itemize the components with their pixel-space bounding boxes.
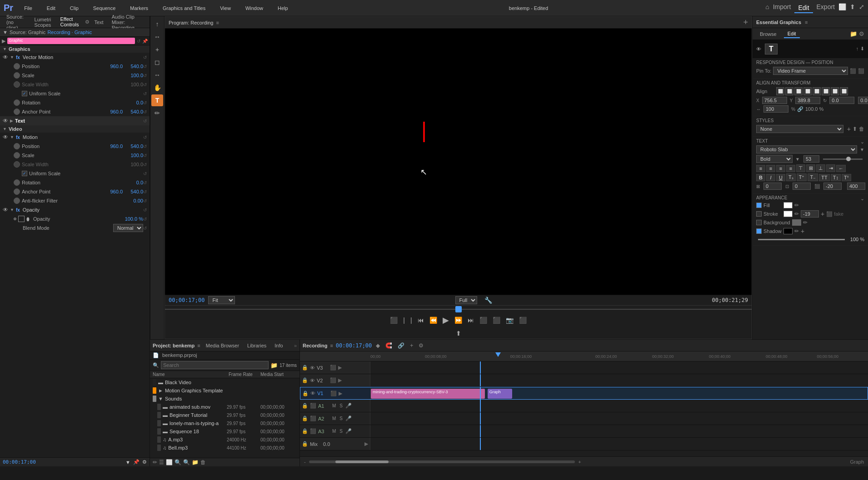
- home-icon[interactable]: ⌂: [765, 3, 769, 13]
- track-source-icon[interactable]: ⬛: [330, 391, 337, 396]
- mix-val[interactable]: 0.0: [323, 441, 330, 447]
- ec-filter-icon[interactable]: ▼: [125, 460, 130, 465]
- motion-uniform-scale-reset[interactable]: ↺: [143, 171, 147, 176]
- list-item[interactable]: ▬ lonely-man-is-typing-a 29.97 fps 00;00…: [150, 419, 299, 427]
- multi-cam-btn[interactable]: ⬛: [517, 316, 529, 325]
- fill-color-swatch[interactable]: [783, 202, 793, 208]
- go-in-btn[interactable]: ⏮: [416, 316, 426, 325]
- ligate-btn[interactable]: T↕: [831, 174, 841, 181]
- tool-crop[interactable]: ◻: [151, 56, 163, 68]
- styles-select[interactable]: None: [756, 125, 843, 133]
- track-source-icon[interactable]: ⬛: [330, 377, 336, 383]
- shadow-color-swatch[interactable]: [783, 228, 793, 234]
- nav-edit[interactable]: Edit: [43, 4, 59, 13]
- new-bin-icon[interactable]: 📁: [270, 362, 278, 369]
- weight-dropdown-icon[interactable]: ▼: [795, 157, 800, 162]
- video-chevron[interactable]: ▼: [3, 127, 7, 131]
- track-a3-body[interactable]: [370, 425, 868, 437]
- vm-reset[interactable]: ↺: [143, 55, 147, 60]
- link-icon[interactable]: 🔗: [797, 106, 803, 112]
- nav-markers[interactable]: Markers: [126, 4, 152, 13]
- align-justify-text-btn[interactable]: ≡: [786, 165, 795, 172]
- tl-add-tracks[interactable]: +: [409, 341, 414, 350]
- shadow-checkbox[interactable]: [756, 228, 762, 234]
- track-a1-body[interactable]: [370, 400, 868, 412]
- stroke-color-swatch[interactable]: [783, 211, 793, 217]
- source-dropdown[interactable]: ▼: [3, 30, 8, 35]
- track-s-btn[interactable]: S: [339, 429, 344, 434]
- motion-position-x[interactable]: 960.0: [102, 144, 123, 149]
- allcaps-btn[interactable]: TT: [819, 174, 829, 181]
- vm-uniform-scale-reset[interactable]: ↺: [143, 91, 147, 96]
- track-lock-icon[interactable]: 🔒: [302, 391, 309, 396]
- export-frame-btn[interactable]: 📷: [504, 316, 515, 325]
- program-menu-icon[interactable]: ≡: [216, 20, 219, 25]
- tracking-up-btn[interactable]: T°: [842, 174, 851, 181]
- step-back-btn[interactable]: ⏪: [428, 316, 439, 325]
- scrub-thumb[interactable]: [455, 306, 462, 312]
- italic-btn[interactable]: I: [766, 174, 775, 181]
- motion-scale-val[interactable]: 100.0: [123, 153, 143, 158]
- track-s-btn[interactable]: S: [339, 416, 344, 421]
- list-item[interactable]: ▬ Beginner Tutorial 29.97 fps 00;00;00;0…: [150, 411, 299, 419]
- motion-antiflicker-val[interactable]: 0.00: [123, 198, 143, 203]
- list-item[interactable]: ▬ animated sub.mov 29.97 fps 00;00;00;00: [150, 403, 299, 411]
- eg-text-preview[interactable]: T: [765, 44, 778, 54]
- eg-folder-icon[interactable]: 📁: [850, 30, 857, 37]
- dist-h-btn[interactable]: ⬜: [831, 87, 839, 95]
- vm-rotation-reset[interactable]: ↺: [143, 100, 147, 105]
- align-top-text-btn[interactable]: ⊤: [796, 164, 805, 172]
- tool-select[interactable]: ↑: [151, 18, 163, 30]
- align-right-text-btn[interactable]: ≡: [776, 165, 785, 172]
- program-add-button[interactable]: +: [743, 18, 748, 27]
- font-select[interactable]: Roboto Slab: [756, 145, 857, 153]
- align-hcenter-btn[interactable]: ⬜: [785, 87, 793, 95]
- mix-expand-icon[interactable]: ▶: [364, 441, 368, 447]
- tl-zoom-out[interactable]: -: [303, 459, 307, 465]
- track-m-btn[interactable]: M: [331, 429, 337, 434]
- list-item[interactable]: ♫ A.mp3 24000 Hz 00;00;00;00: [150, 435, 299, 444]
- ec-expand-icon[interactable]: ▶: [2, 38, 5, 44]
- text-collapse-icon[interactable]: ⌄: [860, 139, 864, 145]
- list-item[interactable]: ▼ Sounds: [150, 395, 299, 403]
- dist-v-btn[interactable]: ⬜: [840, 87, 848, 95]
- tl-snap[interactable]: 🧲: [384, 341, 394, 350]
- tab-lumetri[interactable]: Lumetri Scopes: [31, 16, 56, 29]
- tool-expand[interactable]: ↔: [151, 31, 163, 43]
- nav-help[interactable]: Help: [274, 4, 292, 13]
- motion-anchor-x[interactable]: 960.0: [102, 189, 123, 194]
- tab-text[interactable]: Text: [90, 19, 107, 26]
- indent-input[interactable]: [823, 183, 842, 190]
- edit-tab[interactable]: Edit: [794, 3, 813, 13]
- align-left-text-btn[interactable]: ≡: [756, 165, 765, 172]
- align-center-text-btn[interactable]: ≡: [766, 165, 775, 172]
- text-reset[interactable]: ↺: [143, 119, 147, 124]
- project-search-input[interactable]: [161, 361, 269, 369]
- eg-settings-icon[interactable]: ⚙: [859, 30, 864, 37]
- tab-effect-controls[interactable]: Effect Controls: [56, 15, 82, 29]
- styles-delete-icon[interactable]: 🗑: [859, 126, 864, 132]
- tl-zoom-slider[interactable]: [309, 460, 575, 463]
- align-top-btn[interactable]: ⬜: [803, 87, 812, 95]
- insert-btn[interactable]: ⬛: [478, 316, 489, 325]
- new-item-btn[interactable]: ✏: [153, 459, 157, 465]
- quality-select[interactable]: Full1/21/4: [455, 296, 477, 304]
- align-bottom-btn[interactable]: ⬜: [822, 87, 830, 95]
- program-timecode-left[interactable]: 00;00:17;00: [169, 297, 205, 303]
- align-left-btn[interactable]: ⬜: [776, 87, 784, 95]
- opacity-reset[interactable]: ↺: [143, 208, 147, 213]
- export-tab[interactable]: Export: [817, 3, 835, 13]
- tracking-input[interactable]: [763, 183, 782, 190]
- motion-position-reset[interactable]: ↺: [143, 144, 147, 149]
- motion-position-y[interactable]: 540.0: [123, 144, 143, 149]
- text-section-header[interactable]: 👁 ▶ Text ↺: [0, 116, 150, 125]
- track-m-btn[interactable]: M: [331, 403, 337, 408]
- stroke-extra-btn[interactable]: ⬛ fake: [826, 211, 843, 217]
- motion-anchor-y[interactable]: 540.0: [123, 189, 143, 194]
- share-icon[interactable]: ⬆: [850, 3, 855, 13]
- bold-btn[interactable]: B: [756, 174, 765, 181]
- timeline-timecode[interactable]: 00:00:17;00: [336, 342, 372, 349]
- col-ms-header[interactable]: Media Start: [260, 372, 297, 377]
- delete-btn[interactable]: 🗑: [200, 459, 206, 465]
- eg-prev-icon1[interactable]: ↑: [856, 46, 859, 52]
